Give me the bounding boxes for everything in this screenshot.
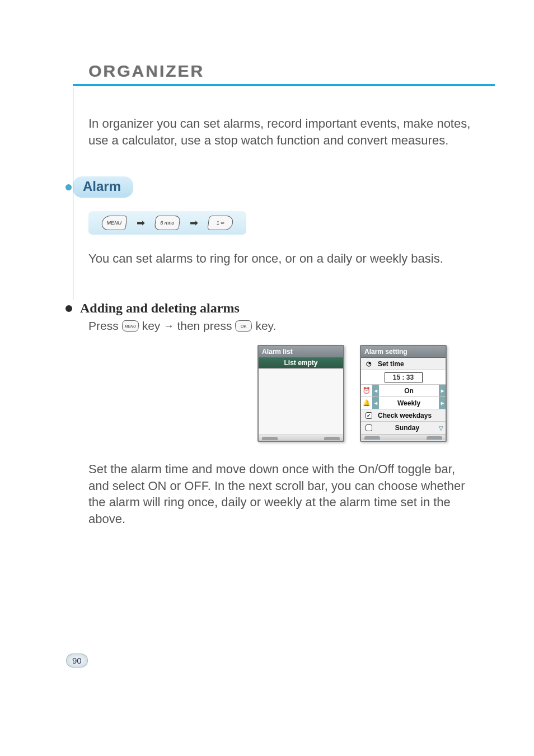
phone-screen-alarm-list: Alarm list List empty — [257, 345, 344, 442]
arrow-right-icon: ➡ — [137, 217, 145, 229]
section-guideline — [73, 87, 73, 300]
checkbox-checked-icon: ✓ — [363, 412, 374, 419]
menu-key-icon: MENU — [121, 320, 139, 332]
section-heading: Alarm — [70, 176, 495, 198]
onoff-value: On — [379, 387, 439, 395]
check-weekdays-row: ✓ Check weekdays — [361, 409, 446, 422]
chapter-header: ORGANIZER — [73, 62, 495, 86]
arrow-right-icon: → — [163, 320, 174, 332]
key-6-icon: 6 mno — [154, 216, 181, 230]
set-time-label: Set time — [377, 360, 446, 368]
alarm-time-value: 15 : 33 — [385, 372, 423, 382]
screen-title: Alarm setting — [361, 346, 446, 358]
chevron-down-icon: ▽ — [439, 425, 446, 431]
press-text: then press — [177, 319, 232, 333]
alarm-clock-icon: ⏰ — [361, 387, 372, 394]
screen-body — [259, 368, 343, 435]
softkey-bar — [361, 434, 446, 440]
chevron-left-icon: ◂ — [372, 397, 379, 409]
section-title: Alarm — [73, 176, 133, 198]
repeat-toggle-row: 🔔 ◂ Weekly ▸ — [361, 397, 446, 409]
header-rule — [73, 84, 495, 86]
bell-icon: 🔔 — [361, 399, 372, 407]
press-text: key — [142, 319, 161, 333]
weekday-value: Sunday — [377, 424, 437, 432]
time-input-row: 15 : 33 — [361, 370, 446, 385]
intro-paragraph: In organizer you can set alarms, record … — [73, 105, 495, 148]
clock-icon: ◔ — [363, 360, 374, 367]
arrow-right-icon: ➡ — [190, 217, 198, 229]
press-text: Press — [88, 319, 119, 333]
keypress-instruction: Press MENU key → then press OK key. — [73, 316, 495, 333]
checkbox-unchecked-icon — [363, 424, 374, 431]
key-1-icon: 1 ∞ — [207, 216, 234, 230]
chevron-right-icon: ▸ — [439, 385, 446, 396]
screenshot-row: Alarm list List empty Alarm setting ◔ Se… — [257, 345, 495, 442]
chevron-left-icon: ◂ — [372, 385, 379, 396]
subsection-bullet-icon — [65, 305, 72, 312]
softkey-bar — [259, 435, 343, 441]
page-number: 90 — [66, 654, 88, 668]
section-bullet-icon — [65, 184, 72, 190]
screen-title: Alarm list — [259, 346, 343, 358]
navigation-key-sequence: MENU ➡ 6 mno ➡ 1 ∞ — [88, 211, 246, 235]
phone-screen-alarm-setting: Alarm setting ◔ Set time 15 : 33 ⏰ ◂ On … — [360, 345, 447, 442]
menu-key-icon: MENU — [101, 216, 128, 230]
manual-page: ORGANIZER In organizer you can set alarm… — [0, 0, 534, 756]
onoff-toggle-row: ⏰ ◂ On ▸ — [361, 385, 446, 397]
repeat-value: Weekly — [379, 399, 439, 407]
subsection-heading: Adding and deleting alarms — [70, 301, 495, 316]
ok-key-icon: OK — [235, 320, 253, 332]
press-text: key. — [255, 319, 276, 333]
weekday-row: Sunday ▽ — [361, 422, 446, 434]
explanation-paragraph: Set the alarm time and move down once wi… — [73, 442, 495, 528]
set-time-row: ◔ Set time — [361, 358, 446, 370]
chevron-right-icon: ▸ — [439, 397, 446, 409]
subsection-title: Adding and deleting alarms — [80, 301, 240, 316]
list-empty-banner: List empty — [259, 358, 343, 368]
check-weekdays-label: Check weekdays — [377, 412, 446, 419]
alarm-description: You can set alarms to ring for once, or … — [73, 235, 495, 267]
chapter-title: ORGANIZER — [73, 62, 495, 84]
